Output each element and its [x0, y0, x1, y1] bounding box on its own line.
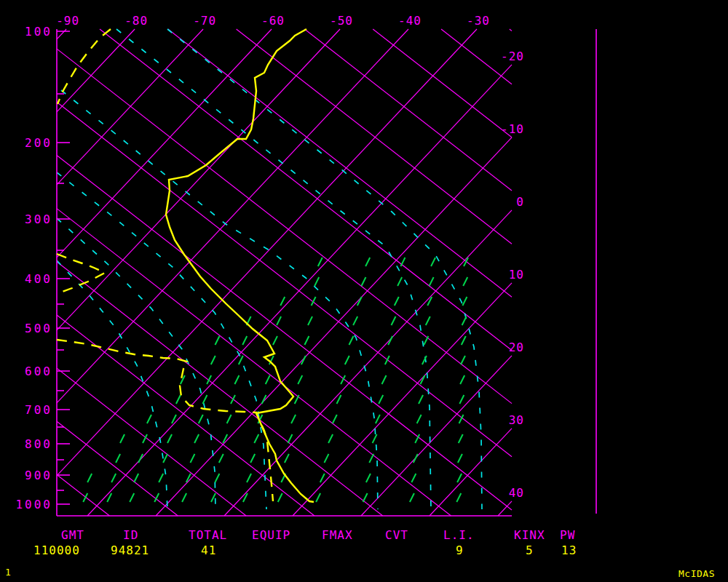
- isotherm-label-top: -50: [330, 14, 353, 28]
- mixing-ratio-line: [234, 375, 239, 384]
- mixing-ratio-line: [458, 454, 462, 463]
- mixing-ratio-line: [376, 415, 380, 423]
- mixing-ratio-line: [211, 356, 215, 364]
- dry-adiabat-line: [373, 29, 512, 137]
- mixing-ratio-line: [231, 395, 235, 404]
- mixing-ratio-line: [295, 395, 299, 404]
- isotherm-line: [224, 210, 512, 516]
- mixing-ratio-line: [345, 356, 349, 364]
- frame-number: 1: [5, 567, 11, 578]
- dry-adiabat-line: [510, 29, 512, 31]
- mixing-ratio-line: [254, 434, 258, 443]
- mixing-ratio-line: [199, 415, 203, 423]
- isotherm-label-top: -70: [193, 14, 216, 28]
- isotherm-label-right: 20: [509, 340, 524, 354]
- mixing-ratio-line: [395, 297, 399, 306]
- mixing-ratio-line: [397, 277, 402, 286]
- mixing-ratio-line: [194, 434, 199, 443]
- pressure-tick-label: 900: [25, 469, 52, 482]
- isotherm-label-right: 40: [509, 486, 524, 500]
- mixing-ratio-line: [285, 454, 289, 463]
- mixing-ratio-line: [242, 336, 247, 345]
- mcidas-brand-label: McIDAS: [678, 568, 715, 579]
- legend-label-li: L.I.: [443, 528, 475, 542]
- mixing-ratio-line: [328, 434, 333, 443]
- mixing-ratio-line: [391, 316, 395, 325]
- mixing-ratio-line: [431, 258, 435, 266]
- mixing-ratio-line: [130, 493, 134, 502]
- dry-adiabat-line: [100, 29, 512, 350]
- mixing-ratio-line: [369, 454, 373, 463]
- mixing-ratio-line: [462, 316, 467, 325]
- mixing-ratio-line: [363, 493, 368, 502]
- mixing-ratio-line: [410, 493, 414, 502]
- mixing-ratio-line: [463, 277, 467, 286]
- mixing-ratio-line: [219, 454, 223, 463]
- temperature-trace: [166, 29, 314, 502]
- mixing-ratio-line: [278, 493, 282, 502]
- mixing-ratio-line: [298, 375, 302, 384]
- mixing-ratio-line: [461, 356, 465, 364]
- mixing-ratio-line: [353, 316, 357, 325]
- isotherm-line: [87, 65, 512, 516]
- mixing-ratio-line: [266, 375, 270, 384]
- mixing-ratio-line: [417, 415, 422, 423]
- mixing-ratio-line: [134, 474, 138, 482]
- mixing-ratio-line: [427, 297, 432, 306]
- dry-adiabat-line: [304, 29, 512, 191]
- mixing-ratio-line: [176, 395, 181, 404]
- mcidas-image-window[interactable]: 1002003004005006007008009001000-90-80-70…: [0, 0, 728, 582]
- legend-label-equip: EQUIP: [252, 528, 290, 542]
- mixing-ratio-line: [318, 258, 323, 266]
- mixing-ratio-line: [202, 395, 207, 404]
- isotherm-label-top: -30: [467, 14, 490, 28]
- mixing-ratio-line: [336, 395, 341, 404]
- pressure-tick-label: 400: [25, 272, 52, 286]
- mixing-ratio-line: [366, 474, 371, 482]
- legend-label-kinx: KINX: [514, 528, 545, 542]
- pressure-tick-label: 800: [25, 437, 52, 451]
- mixing-ratio-line: [111, 474, 116, 482]
- mixing-ratio-line: [361, 277, 365, 286]
- mixing-ratio-line: [250, 454, 255, 463]
- mixing-ratio-line: [459, 434, 463, 443]
- mixing-ratio-line: [291, 415, 296, 423]
- legend-value: 13: [561, 543, 577, 557]
- pressure-tick-label: 500: [25, 322, 52, 335]
- mixing-ratio-line: [373, 434, 377, 443]
- dry-adiabat-line: [57, 209, 451, 516]
- mixing-ratio-line: [379, 395, 383, 404]
- pressure-tick-label: 1000: [15, 498, 52, 511]
- legend-value: 41: [201, 543, 216, 557]
- isotherm-label-right: 0: [516, 195, 524, 209]
- mixing-ratio-line: [308, 316, 312, 325]
- dry-adiabat-line: [57, 474, 109, 516]
- isotherm-label-top: -40: [398, 14, 422, 28]
- dry-adiabat-line: [57, 421, 178, 516]
- mixing-ratio-line: [457, 474, 462, 482]
- mixing-ratio-line: [215, 474, 219, 482]
- mixing-ratio-line: [182, 493, 186, 502]
- legend-label-id: ID: [123, 528, 138, 542]
- legend-value: 110000: [33, 543, 80, 557]
- mixing-ratio-line: [385, 356, 389, 364]
- isotherm-line: [57, 29, 408, 403]
- skewt-sounding-chart[interactable]: 1002003004005006007008009001000-90-80-70…: [0, 0, 728, 582]
- legend-label-pw: PW: [560, 528, 575, 542]
- mixing-ratio-line: [414, 454, 418, 463]
- dewpoint-trace: [57, 254, 105, 294]
- mixing-ratio-line: [288, 434, 292, 443]
- mixing-ratio-line: [460, 375, 464, 384]
- mixing-ratio-line: [273, 336, 277, 345]
- isotherm-line: [57, 29, 477, 476]
- pressure-tick-label: 200: [25, 136, 52, 150]
- mixing-ratio-line: [227, 415, 232, 423]
- mixing-ratio-line: [159, 474, 163, 482]
- mixing-ratio-line: [430, 277, 434, 286]
- mixing-ratio-line: [459, 395, 464, 404]
- isotherm-line: [430, 428, 512, 516]
- isotherm-label-top: -90: [56, 14, 79, 28]
- legend-label-gmt: GMT: [61, 528, 84, 542]
- isotherm-line: [57, 29, 66, 39]
- pressure-tick-label: 300: [25, 212, 52, 226]
